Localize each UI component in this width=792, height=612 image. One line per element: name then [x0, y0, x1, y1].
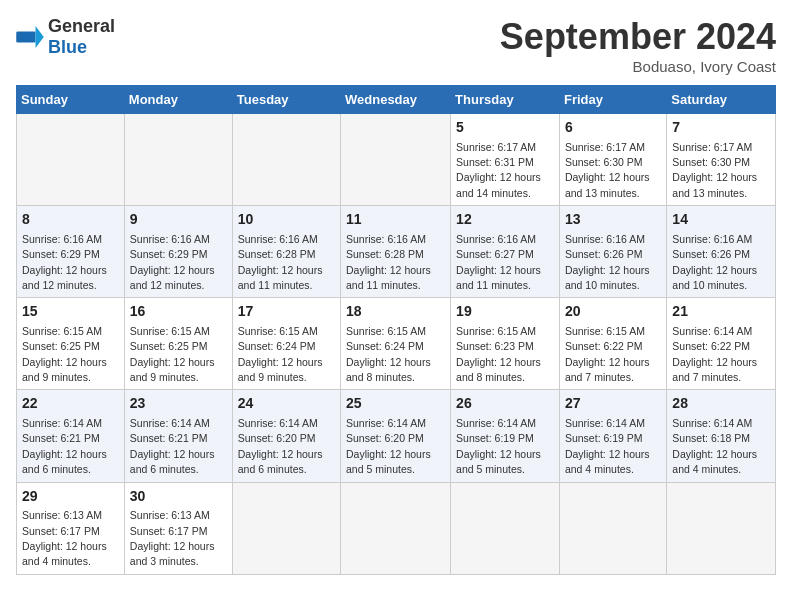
day-number: 7 [672, 118, 770, 138]
day-info: Sunrise: 6:14 AMSunset: 6:21 PMDaylight:… [22, 417, 107, 475]
day-number: 20 [565, 302, 661, 322]
day-info: Sunrise: 6:14 AMSunset: 6:19 PMDaylight:… [456, 417, 541, 475]
calendar-week-row: 5Sunrise: 6:17 AMSunset: 6:31 PMDaylight… [17, 114, 776, 206]
day-number: 22 [22, 394, 119, 414]
calendar-day-cell [124, 114, 232, 206]
calendar-day-cell [451, 482, 560, 574]
calendar-day-cell [341, 114, 451, 206]
calendar-day-cell: 13Sunrise: 6:16 AMSunset: 6:26 PMDayligh… [559, 206, 666, 298]
day-info: Sunrise: 6:13 AMSunset: 6:17 PMDaylight:… [22, 509, 107, 567]
calendar-day-cell: 20Sunrise: 6:15 AMSunset: 6:22 PMDayligh… [559, 298, 666, 390]
calendar-day-cell: 12Sunrise: 6:16 AMSunset: 6:27 PMDayligh… [451, 206, 560, 298]
calendar-day-cell: 10Sunrise: 6:16 AMSunset: 6:28 PMDayligh… [232, 206, 340, 298]
day-number: 9 [130, 210, 227, 230]
calendar-day-cell: 16Sunrise: 6:15 AMSunset: 6:25 PMDayligh… [124, 298, 232, 390]
calendar-day-cell: 29Sunrise: 6:13 AMSunset: 6:17 PMDayligh… [17, 482, 125, 574]
day-info: Sunrise: 6:16 AMSunset: 6:28 PMDaylight:… [238, 233, 323, 291]
weekday-header-cell: Monday [124, 86, 232, 114]
day-number: 14 [672, 210, 770, 230]
calendar-day-cell: 28Sunrise: 6:14 AMSunset: 6:18 PMDayligh… [667, 390, 776, 482]
day-info: Sunrise: 6:16 AMSunset: 6:28 PMDaylight:… [346, 233, 431, 291]
day-info: Sunrise: 6:16 AMSunset: 6:27 PMDaylight:… [456, 233, 541, 291]
day-number: 6 [565, 118, 661, 138]
calendar-day-cell [341, 482, 451, 574]
calendar-day-cell: 22Sunrise: 6:14 AMSunset: 6:21 PMDayligh… [17, 390, 125, 482]
day-number: 10 [238, 210, 335, 230]
day-info: Sunrise: 6:14 AMSunset: 6:19 PMDaylight:… [565, 417, 650, 475]
day-info: Sunrise: 6:15 AMSunset: 6:23 PMDaylight:… [456, 325, 541, 383]
day-info: Sunrise: 6:17 AMSunset: 6:31 PMDaylight:… [456, 141, 541, 199]
day-number: 13 [565, 210, 661, 230]
page-header: General Blue September 2024 Boduaso, Ivo… [16, 16, 776, 75]
day-number: 18 [346, 302, 445, 322]
calendar-body: 5Sunrise: 6:17 AMSunset: 6:31 PMDaylight… [17, 114, 776, 575]
day-info: Sunrise: 6:17 AMSunset: 6:30 PMDaylight:… [565, 141, 650, 199]
calendar-day-cell: 8Sunrise: 6:16 AMSunset: 6:29 PMDaylight… [17, 206, 125, 298]
title-area: September 2024 Boduaso, Ivory Coast [500, 16, 776, 75]
calendar-day-cell: 27Sunrise: 6:14 AMSunset: 6:19 PMDayligh… [559, 390, 666, 482]
day-number: 30 [130, 487, 227, 507]
calendar-day-cell: 11Sunrise: 6:16 AMSunset: 6:28 PMDayligh… [341, 206, 451, 298]
calendar-day-cell: 14Sunrise: 6:16 AMSunset: 6:26 PMDayligh… [667, 206, 776, 298]
day-info: Sunrise: 6:14 AMSunset: 6:21 PMDaylight:… [130, 417, 215, 475]
svg-rect-0 [16, 32, 35, 43]
logo-icon [16, 26, 44, 48]
day-info: Sunrise: 6:14 AMSunset: 6:20 PMDaylight:… [346, 417, 431, 475]
calendar-day-cell: 30Sunrise: 6:13 AMSunset: 6:17 PMDayligh… [124, 482, 232, 574]
day-info: Sunrise: 6:17 AMSunset: 6:30 PMDaylight:… [672, 141, 757, 199]
day-info: Sunrise: 6:14 AMSunset: 6:18 PMDaylight:… [672, 417, 757, 475]
calendar-day-cell: 7Sunrise: 6:17 AMSunset: 6:30 PMDaylight… [667, 114, 776, 206]
weekday-header-cell: Thursday [451, 86, 560, 114]
calendar-week-row: 22Sunrise: 6:14 AMSunset: 6:21 PMDayligh… [17, 390, 776, 482]
day-info: Sunrise: 6:15 AMSunset: 6:25 PMDaylight:… [130, 325, 215, 383]
calendar-week-row: 15Sunrise: 6:15 AMSunset: 6:25 PMDayligh… [17, 298, 776, 390]
weekday-header-cell: Friday [559, 86, 666, 114]
day-number: 26 [456, 394, 554, 414]
calendar-day-cell [667, 482, 776, 574]
day-number: 8 [22, 210, 119, 230]
day-info: Sunrise: 6:15 AMSunset: 6:24 PMDaylight:… [346, 325, 431, 383]
day-info: Sunrise: 6:15 AMSunset: 6:25 PMDaylight:… [22, 325, 107, 383]
day-info: Sunrise: 6:14 AMSunset: 6:20 PMDaylight:… [238, 417, 323, 475]
calendar-day-cell [232, 482, 340, 574]
day-number: 5 [456, 118, 554, 138]
calendar-day-cell: 15Sunrise: 6:15 AMSunset: 6:25 PMDayligh… [17, 298, 125, 390]
day-info: Sunrise: 6:15 AMSunset: 6:24 PMDaylight:… [238, 325, 323, 383]
calendar-day-cell: 17Sunrise: 6:15 AMSunset: 6:24 PMDayligh… [232, 298, 340, 390]
day-number: 15 [22, 302, 119, 322]
calendar-day-cell: 5Sunrise: 6:17 AMSunset: 6:31 PMDaylight… [451, 114, 560, 206]
day-number: 28 [672, 394, 770, 414]
day-info: Sunrise: 6:14 AMSunset: 6:22 PMDaylight:… [672, 325, 757, 383]
day-number: 23 [130, 394, 227, 414]
calendar-day-cell: 18Sunrise: 6:15 AMSunset: 6:24 PMDayligh… [341, 298, 451, 390]
svg-marker-1 [36, 26, 44, 48]
calendar-day-cell: 21Sunrise: 6:14 AMSunset: 6:22 PMDayligh… [667, 298, 776, 390]
weekday-header-row: SundayMondayTuesdayWednesdayThursdayFrid… [17, 86, 776, 114]
day-number: 12 [456, 210, 554, 230]
day-info: Sunrise: 6:16 AMSunset: 6:26 PMDaylight:… [672, 233, 757, 291]
day-number: 27 [565, 394, 661, 414]
weekday-header-cell: Tuesday [232, 86, 340, 114]
calendar-day-cell [17, 114, 125, 206]
weekday-header-cell: Saturday [667, 86, 776, 114]
calendar-day-cell: 9Sunrise: 6:16 AMSunset: 6:29 PMDaylight… [124, 206, 232, 298]
day-number: 21 [672, 302, 770, 322]
calendar-week-row: 29Sunrise: 6:13 AMSunset: 6:17 PMDayligh… [17, 482, 776, 574]
calendar-table: SundayMondayTuesdayWednesdayThursdayFrid… [16, 85, 776, 575]
calendar-day-cell: 24Sunrise: 6:14 AMSunset: 6:20 PMDayligh… [232, 390, 340, 482]
calendar-day-cell: 6Sunrise: 6:17 AMSunset: 6:30 PMDaylight… [559, 114, 666, 206]
month-title: September 2024 [500, 16, 776, 58]
logo-general-text: General [48, 16, 115, 36]
calendar-day-cell: 26Sunrise: 6:14 AMSunset: 6:19 PMDayligh… [451, 390, 560, 482]
weekday-header-cell: Sunday [17, 86, 125, 114]
calendar-week-row: 8Sunrise: 6:16 AMSunset: 6:29 PMDaylight… [17, 206, 776, 298]
logo-blue-text: Blue [48, 37, 87, 57]
calendar-day-cell [559, 482, 666, 574]
weekday-header-cell: Wednesday [341, 86, 451, 114]
day-info: Sunrise: 6:16 AMSunset: 6:29 PMDaylight:… [22, 233, 107, 291]
day-info: Sunrise: 6:13 AMSunset: 6:17 PMDaylight:… [130, 509, 215, 567]
day-info: Sunrise: 6:16 AMSunset: 6:29 PMDaylight:… [130, 233, 215, 291]
day-number: 11 [346, 210, 445, 230]
day-number: 25 [346, 394, 445, 414]
calendar-day-cell: 25Sunrise: 6:14 AMSunset: 6:20 PMDayligh… [341, 390, 451, 482]
